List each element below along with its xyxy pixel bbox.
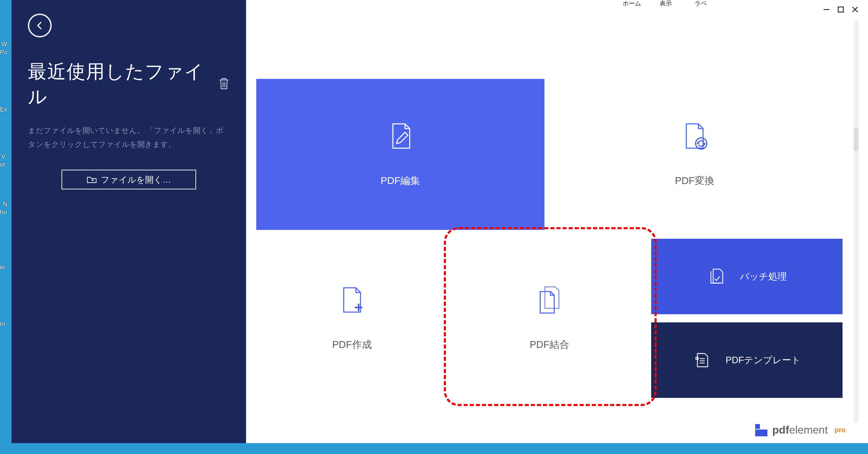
ribbon-tab-fragment: ホーム [623,0,641,7]
tile-template[interactable]: PDFテンプレート [651,322,843,398]
maximize-icon [836,5,845,14]
back-button[interactable] [28,14,52,37]
tile-label: PDF変換 [675,174,714,188]
window-controls [822,5,860,14]
desktop-fragment: Po [0,49,7,56]
close-icon [851,5,860,14]
trash-icon [218,77,230,90]
desktop-fragment: m [0,320,5,327]
back-icon [35,21,45,30]
minimize-icon [822,5,831,14]
tile-label: PDF結合 [530,338,569,352]
minimize-button[interactable] [822,5,831,14]
tile-label: PDF作成 [332,338,372,352]
recent-title: 最近使用したファイル [28,59,218,110]
logo-text-bold: pdf [772,424,789,436]
file-convert-icon [680,121,710,151]
svg-rect-0 [838,7,843,12]
tile-pdf-edit[interactable]: PDF編集 [256,79,544,230]
file-merge-icon [535,285,565,315]
maximize-button[interactable] [836,5,846,14]
clear-recent-button[interactable] [218,77,230,91]
desktop-fragment: N [3,201,7,208]
desktop-fragment: el [0,264,5,271]
file-create-icon [337,285,367,315]
template-icon [693,351,711,369]
tile-pdf-create[interactable]: PDF作成 [256,239,448,398]
logo-edition: pro [835,426,846,434]
logo-mark-icon [755,424,767,436]
file-edit-icon [385,121,415,151]
tile-label: バッチ処理 [740,270,787,283]
main-area: ホーム 表示 ラベ PDF編集 [246,0,868,443]
open-file-button[interactable]: ファイルを開く… [62,170,196,189]
product-logo: pdfelement pro [755,424,846,436]
tile-batch[interactable]: バッチ処理 [651,239,843,314]
folder-open-icon [87,175,97,184]
ribbon-tab-fragment: ラベ [695,0,707,7]
tile-label: PDF編集 [381,174,420,188]
recent-empty-message: まだファイルを開いていません。 「ファイルを開く」ボタンをクリックしてファイルを… [28,124,230,151]
tile-grid: PDF編集 PDF変換 PDF作成 [256,79,854,398]
tile-pdf-convert[interactable]: PDF変換 [551,79,839,230]
app-window: 最近使用したファイル まだファイルを開いていません。 「ファイルを開く」ボタンを… [12,0,868,443]
scrollbar[interactable] [854,20,858,423]
logo-text: pdfelement [772,424,828,436]
desktop-fragment: Ex [0,106,7,113]
ribbon-tab-fragment: 表示 [660,0,672,7]
close-button[interactable] [850,5,860,14]
desktop-fragment: V [1,153,5,160]
sidebar: 最近使用したファイル まだファイルを開いていません。 「ファイルを開く」ボタンを… [12,0,246,443]
logo-text-light: element [789,424,828,436]
tile-label: PDFテンプレート [726,354,801,366]
open-file-label: ファイルを開く… [101,174,171,185]
desktop-fragment: hu [0,209,7,216]
desktop-fragment: or [0,161,5,168]
tile-pdf-merge[interactable]: PDF結合 [454,239,645,398]
desktop-fragment: W [1,41,7,48]
batch-icon [707,268,725,285]
